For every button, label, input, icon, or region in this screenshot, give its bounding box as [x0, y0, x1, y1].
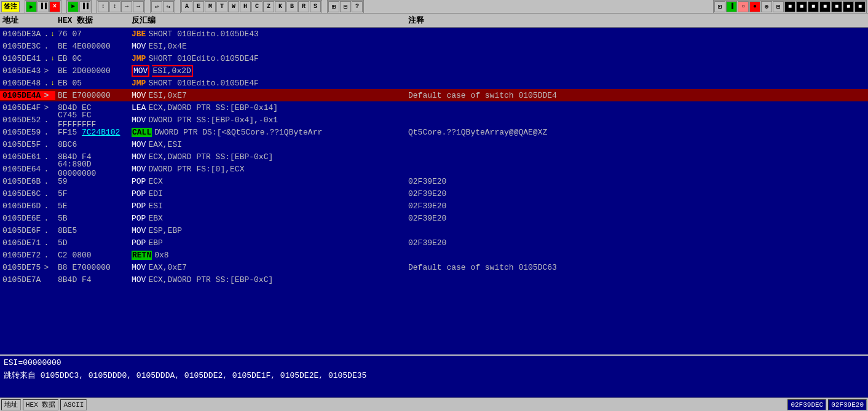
btn-t6[interactable]: ↪: [163, 1, 174, 12]
cell-addr: 0105DE52.: [0, 115, 55, 125]
table-row[interactable]: 0105DE4A>BE E7000000MOV ESI,0xE7Default …: [0, 89, 868, 101]
disasm-scroll[interactable]: 0105DE3A.↓76 07JBE SHORT 010Edito.0105DE…: [0, 28, 868, 354]
addr-text: 0105DE6B: [2, 177, 41, 186]
cell-comment: 02F39E20: [406, 214, 868, 223]
cell-addr: 0105DE6E.: [0, 214, 55, 223]
instruction-rest: EAX,ESI: [148, 140, 182, 149]
btn-M[interactable]: M: [205, 1, 216, 12]
btn-help[interactable]: ?: [352, 1, 363, 12]
arrow-icon: ↓: [50, 30, 55, 37]
addr-flag: .: [44, 189, 49, 198]
btn-T[interactable]: T: [216, 1, 227, 12]
cell-addr: 0105DE3C.: [0, 42, 55, 51]
cell-comment: Default case of switch 0105DC63: [406, 263, 868, 272]
table-row[interactable]: 0105DE6B.59POP ECX02F39E20: [0, 175, 868, 187]
instruction-keyword: JBE: [132, 29, 146, 39]
btn-r2[interactable]: ▐: [726, 1, 737, 12]
cell-addr: 0105DE48.↓: [0, 79, 55, 88]
instruction-keyword: MOV: [132, 65, 149, 77]
btn-r9[interactable]: ■: [808, 1, 819, 12]
table-row[interactable]: 0105DE64.64:890D 00000000MOV DWORD PTR F…: [0, 163, 868, 175]
instruction-rest: DWORD PTR FS:[0],ECX: [148, 165, 244, 174]
instruction-rest: ECX: [148, 177, 162, 186]
bot-highlight2[interactable]: 02F39E20: [828, 399, 867, 410]
cell-disasm: CALL DWORD PTR DS:[<&Qt5Core.??1QByteArr: [129, 128, 406, 137]
table-row[interactable]: 0105DE59.FF15 7C24B102CALL DWORD PTR DS:…: [0, 126, 868, 138]
cell-disasm: POP EDI: [129, 189, 406, 198]
btn-r11[interactable]: ■: [831, 1, 842, 12]
btn-t2[interactable]: ↕: [109, 1, 120, 12]
btn-K[interactable]: K: [275, 1, 286, 12]
btn-C[interactable]: C: [251, 1, 262, 12]
hex-link[interactable]: 7C24B102: [82, 128, 120, 137]
cell-disasm: LEA ECX,DWORD PTR SS:[EBP-0x14]: [129, 103, 406, 112]
bot-highlight1[interactable]: 02F39DEC: [787, 399, 826, 410]
btn-t5[interactable]: ↩: [151, 1, 162, 12]
addr-flag: .: [44, 251, 49, 260]
table-row[interactable]: 0105DE48.↓EB 05JMP SHORT 010Edito.0105DE…: [0, 77, 868, 89]
cell-hex: 8BE5: [55, 226, 129, 235]
instruction-keyword: MOV: [132, 42, 146, 51]
instruction-keyword: MOV: [132, 263, 146, 272]
btn-r13[interactable]: ■: [854, 1, 866, 12]
toolbar-group-4: ↩ ↪: [150, 0, 175, 14]
btn-r8[interactable]: ■: [796, 1, 807, 12]
instruction-keyword: JMP: [132, 79, 146, 88]
btn-r6[interactable]: ⊞: [773, 1, 784, 12]
btn-E[interactable]: E: [193, 1, 204, 12]
btn-R[interactable]: R: [298, 1, 309, 12]
table-row[interactable]: 0105DE6E.5BPOP EBX02F39E20: [0, 212, 868, 224]
table-row[interactable]: 0105DE72.C2 0800RETN 0x8: [0, 249, 868, 261]
table-row[interactable]: 0105DE75>B8 E7000000MOV EAX,0xE7Default …: [0, 261, 868, 273]
addr-flag: .: [44, 202, 49, 211]
table-row[interactable]: 0105DE41.↓EB 0CJMP SHORT 010Edito.0105DE…: [0, 52, 868, 65]
table-row[interactable]: 0105DE6F.8BE5MOV ESP,EBP: [0, 224, 868, 237]
btn-r4[interactable]: ●: [749, 1, 760, 12]
btn-A[interactable]: A: [181, 1, 192, 12]
btn-stop[interactable]: ×: [49, 1, 60, 12]
addr-flag: >: [44, 103, 49, 112]
table-row[interactable]: 0105DE4F>8D4D ECLEA ECX,DWORD PTR SS:[EB…: [0, 101, 868, 114]
table-row[interactable]: 0105DE6D.5EPOP ESI02F39E20: [0, 200, 868, 212]
bot-col2: HEX 数据: [23, 399, 58, 410]
table-row[interactable]: 0105DE7A8B4D F4MOV ECX,DWORD PTR SS:[EBP…: [0, 273, 868, 286]
btn-t3[interactable]: →: [121, 1, 132, 12]
btn-t1[interactable]: ↕: [98, 1, 109, 12]
instruction-rest: DWORD PTR SS:[EBP-0x4],-0x1: [148, 115, 278, 125]
btn-r7[interactable]: ■: [784, 1, 795, 12]
cell-hex: B8 E7000000: [55, 263, 129, 272]
cell-disasm: JMP SHORT 010Edito.0105DE4F: [129, 79, 406, 88]
btn-m1[interactable]: ⊞: [328, 1, 339, 12]
addr-flag: .: [44, 29, 49, 39]
btn-pause2[interactable]: ▐▐: [79, 1, 90, 12]
table-row[interactable]: 0105DE52.C745 FC FFFFFFFFMOV DWORD PTR S…: [0, 114, 868, 126]
bottom-bar: 地址 HEX 数据 ASCII 02F39DEC 02F39E20: [0, 397, 868, 411]
btn-restart[interactable]: ►: [68, 1, 79, 12]
btn-r5[interactable]: ⊕: [761, 1, 772, 12]
btn-r1[interactable]: ⊡: [714, 1, 725, 12]
btn-H[interactable]: H: [240, 1, 251, 12]
btn-t4[interactable]: →: [133, 1, 144, 12]
btn-S[interactable]: S: [310, 1, 321, 12]
btn-r3[interactable]: ○: [738, 1, 749, 12]
table-row[interactable]: 0105DE3C.BE 4E000000MOV ESI,0x4E: [0, 40, 868, 52]
btn-Z[interactable]: Z: [263, 1, 274, 12]
table-row[interactable]: 0105DE6C.5FPOP EDI02F39E20: [0, 187, 868, 200]
table-row[interactable]: 0105DE5F.8BC6MOV EAX,ESI: [0, 138, 868, 151]
instruction-rest: SHORT 010Edito.0105DE4F: [148, 79, 258, 88]
btn-m2[interactable]: ⊟: [340, 1, 351, 12]
cell-disasm: MOV ESP,EBP: [129, 226, 406, 235]
instruction-keyword: JMP: [132, 54, 146, 63]
table-row[interactable]: 0105DE61.8B4D F4MOV ECX,DWORD PTR SS:[EB…: [0, 151, 868, 163]
btn-r12[interactable]: ■: [843, 1, 854, 12]
instruction-rest: 0x8: [154, 251, 168, 260]
table-row[interactable]: 0105DE3A.↓76 07JBE SHORT 010Edito.0105DE…: [0, 28, 868, 40]
addr-text: 0105DE3C: [2, 42, 41, 51]
btn-W[interactable]: W: [228, 1, 239, 12]
btn-B[interactable]: B: [286, 1, 298, 12]
btn-run[interactable]: ▶: [26, 1, 37, 12]
btn-pause[interactable]: ▐▐: [37, 1, 49, 12]
btn-r10[interactable]: ■: [819, 1, 831, 12]
table-row[interactable]: 0105DE43>BE 2D000000MOV ESI,0x2D: [0, 65, 868, 77]
table-row[interactable]: 0105DE71.5DPOP EBP02F39E20: [0, 237, 868, 249]
